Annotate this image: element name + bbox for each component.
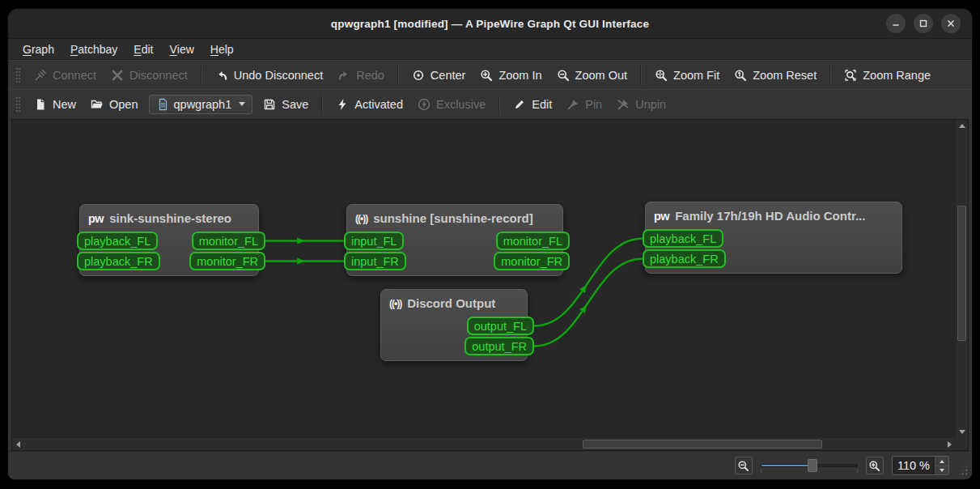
redo-label: Redo (356, 69, 384, 82)
spin-down-button[interactable] (935, 466, 948, 474)
zoom-reset-icon (734, 69, 747, 82)
port-playback_FR[interactable]: playback_FR (77, 252, 160, 270)
toolbar-drag-handle[interactable] (15, 96, 21, 113)
port-playback_FL[interactable]: playback_FL (77, 232, 158, 250)
port-output_FL[interactable]: output_FL (467, 317, 534, 335)
open-button[interactable]: Open (83, 94, 145, 115)
zoom-out-button[interactable] (735, 457, 753, 474)
close-button[interactable] (941, 14, 961, 33)
window-controls (886, 14, 961, 33)
unpin-button[interactable]: Unpin (609, 94, 673, 115)
zoom-in-icon (480, 69, 493, 82)
unpin-icon (617, 98, 630, 111)
edit-button[interactable]: Edit (506, 94, 559, 115)
pin-button[interactable]: Pin (559, 94, 609, 115)
open-icon (91, 98, 104, 111)
port-monitor_FL[interactable]: monitor_FL (192, 232, 265, 250)
resize-grip[interactable] (957, 465, 969, 476)
spin-up-button[interactable] (935, 457, 948, 466)
zoom-reset-button[interactable]: Zoom Reset (727, 65, 824, 86)
redo-button[interactable]: Redo (330, 65, 392, 86)
zoom-value[interactable]: 110 % (893, 459, 935, 472)
port-input_FL[interactable]: input_FL (344, 232, 404, 250)
new-button[interactable]: New (27, 94, 83, 115)
scroll-right-button[interactable] (944, 438, 955, 450)
arrow-left-icon (16, 441, 20, 448)
port-monitor_FR[interactable]: monitor_FR (494, 252, 570, 270)
chevron-down-icon (239, 102, 245, 106)
toolbar-separator (498, 95, 500, 114)
redo-icon (337, 69, 350, 82)
graph-canvas[interactable]: pwsink-sunshine-stereoplayback_FLmonitor… (11, 119, 969, 451)
port-monitor_FR[interactable]: monitor_FR (189, 252, 265, 270)
port-output_FR[interactable]: output_FR (465, 337, 534, 355)
node-title-text: sunshine [sunshine-record] (373, 211, 533, 225)
toolbar-drag-handle[interactable] (15, 67, 21, 83)
zoom-range-button[interactable]: Zoom Range (837, 65, 938, 86)
node-title-text: sink-sunshine-stereo (109, 211, 231, 225)
pipewire-icon: pw (88, 212, 104, 225)
node-family-hd-audio[interactable]: pwFamily 17h/19h HD Audio Contr...playba… (645, 202, 902, 274)
save-button[interactable]: Save (256, 94, 316, 115)
connect-button[interactable]: Connect (27, 65, 104, 86)
save-label: Save (282, 98, 308, 111)
arrow-down-icon (959, 430, 965, 434)
zoom-in-button[interactable] (866, 457, 884, 474)
node-title: ((•))sunshine [sunshine-record] (347, 205, 562, 232)
menu-help[interactable]: Help (202, 39, 242, 59)
zoom-out-button[interactable]: Zoom Out (549, 65, 634, 86)
menu-edit[interactable]: Edit (125, 39, 161, 59)
center-label: Center (431, 69, 466, 82)
menubar: GraphPatchbayEditViewHelp (8, 39, 972, 60)
menu-patchbay[interactable]: Patchbay (62, 39, 125, 59)
patchbay-file-label: qpwgraph1 (174, 98, 232, 111)
port-playback_FL[interactable]: playback_FL (643, 229, 723, 248)
disconnect-label: Disconnect (129, 69, 188, 82)
port-monitor_FL[interactable]: monitor_FL (496, 232, 570, 250)
toolbar-separator (397, 66, 399, 85)
spin-down-icon (940, 469, 944, 472)
zoom-slider-handle[interactable] (808, 459, 817, 472)
vertical-scrollbar[interactable] (955, 120, 968, 437)
menu-graph[interactable]: Graph (15, 39, 62, 59)
port-playback_FR[interactable]: playback_FR (643, 249, 726, 268)
zoom-fit-icon (655, 69, 668, 82)
scroll-up-button[interactable] (956, 120, 968, 131)
graph-viewport[interactable]: pwsink-sunshine-stereoplayback_FLmonitor… (12, 120, 955, 437)
exclusive-label: Exclusive (436, 98, 486, 111)
node-sunshine[interactable]: ((•))sunshine [sunshine-record]input_FLm… (346, 204, 563, 276)
undo-disconnect-button[interactable]: Undo Disconnect (208, 65, 330, 86)
disconnect-button[interactable]: Disconnect (104, 65, 195, 86)
vertical-scroll-thumb[interactable] (957, 206, 966, 341)
zoom-in-button[interactable]: Zoom In (473, 65, 549, 86)
horizontal-scroll-thumb[interactable] (583, 440, 822, 449)
horizontal-scrollbar[interactable] (12, 437, 955, 450)
node-title-text: Family 17h/19h HD Audio Contr... (675, 209, 865, 223)
zoom-fit-label: Zoom Fit (673, 69, 719, 82)
toolbar-graph: ConnectDisconnectUndo DisconnectRedoCent… (8, 60, 972, 89)
node-discord-output[interactable]: ((•))Discord Outputoutput_FLoutput_FR (380, 289, 528, 361)
zoom-spinbox[interactable]: 110 % (892, 456, 949, 475)
activated-button[interactable]: Activated (329, 94, 410, 115)
exclusive-button[interactable]: Exclusive (410, 94, 493, 115)
center-button[interactable]: Center (405, 65, 473, 86)
menu-view[interactable]: View (161, 39, 202, 59)
undo-icon (215, 69, 228, 82)
exclusive-icon (418, 98, 431, 111)
spinbox-arrows (935, 457, 948, 474)
scroll-left-button[interactable] (12, 438, 23, 450)
stream-icon: ((•)) (389, 298, 401, 309)
toolbar-patchbay: NewOpenqpwgraph1SaveActivatedExclusiveEd… (8, 89, 972, 118)
node-sink-sunshine-stereo[interactable]: pwsink-sunshine-stereoplayback_FLmonitor… (79, 204, 259, 276)
maximize-button[interactable] (914, 14, 933, 33)
stream-icon: ((•)) (355, 213, 367, 224)
pipewire-icon: pw (654, 210, 669, 223)
minimize-button[interactable] (886, 14, 906, 33)
titlebar[interactable]: qpwgraph1 [modified] — A PipeWire Graph … (8, 9, 972, 39)
patchbay-file-dropdown[interactable]: qpwgraph1 (149, 95, 253, 114)
scrollbar-corner (955, 437, 968, 450)
port-input_FR[interactable]: input_FR (344, 252, 406, 270)
zoom-slider[interactable] (761, 457, 858, 474)
scroll-down-button[interactable] (956, 426, 968, 437)
zoom-fit-button[interactable]: Zoom Fit (647, 65, 727, 86)
